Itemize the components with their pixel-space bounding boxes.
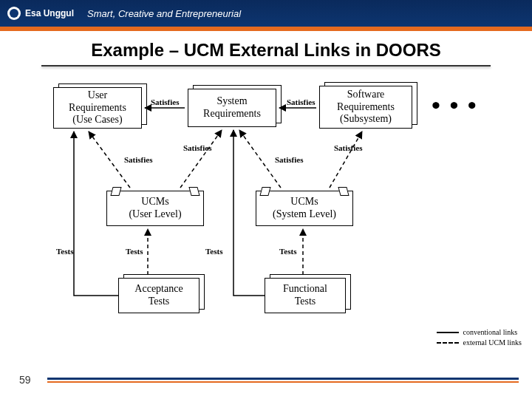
brand-text: Esa Unggul xyxy=(25,8,74,18)
legend-item-external: external UCM links xyxy=(437,338,522,347)
label-satisfies: Satisfies xyxy=(124,155,153,164)
text: (Subsystem) xyxy=(324,113,407,126)
label-tests: Tests xyxy=(126,247,143,256)
line-dashed-icon xyxy=(437,342,459,344)
svg-line-3 xyxy=(180,130,222,188)
text: (System Level) xyxy=(256,208,352,221)
text: Software xyxy=(324,89,407,101)
label-satisfies: Satisfies xyxy=(151,98,180,106)
legend: conventional links external UCM links xyxy=(437,326,522,349)
text: User xyxy=(58,89,137,102)
text: Tests xyxy=(270,296,341,308)
text: (Use Cases) xyxy=(58,114,137,126)
text: Requirements xyxy=(324,101,407,114)
label-satisfies: Satisfies xyxy=(183,143,212,152)
brand-logo: Esa Unggul xyxy=(7,7,74,20)
ellipsis-icon: • • • xyxy=(432,92,478,120)
footer-rule xyxy=(47,378,519,380)
label-satisfies: Satisfies xyxy=(287,98,316,106)
svg-line-5 xyxy=(330,132,362,188)
brand-tagline: Smart, Creative and Entrepreneurial xyxy=(87,8,241,19)
node-acceptance-tests: Acceptance Tests xyxy=(118,278,200,313)
legend-label: conventional links xyxy=(463,328,518,336)
text: Acceptance xyxy=(123,283,194,296)
text: Requirements xyxy=(58,102,137,115)
label-tests: Tests xyxy=(205,247,222,256)
page-number: 59 xyxy=(19,374,31,386)
diagram-canvas: User Requirements (Use Cases) System Req… xyxy=(0,66,532,384)
slide-title: Example – UCM External Links in DOORS xyxy=(0,34,532,64)
text: Requirements xyxy=(193,108,271,120)
legend-item-conventional: conventional links xyxy=(437,328,522,336)
label-tests: Tests xyxy=(56,247,73,256)
label-tests: Tests xyxy=(279,247,296,256)
legend-label: external UCM links xyxy=(463,338,522,347)
node-functional-tests: Functional Tests xyxy=(265,278,346,313)
node-ucm-system-level: UCMs (System Level) xyxy=(256,191,353,226)
text: UCMs xyxy=(107,196,203,208)
node-software-requirements: Software Requirements (Subsystem) xyxy=(319,86,412,129)
text: UCMs xyxy=(256,196,352,208)
text: Functional xyxy=(270,283,341,296)
label-satisfies: Satisfies xyxy=(275,155,304,164)
text: Tests xyxy=(123,296,194,308)
text: (User Level) xyxy=(107,208,203,221)
line-solid-icon xyxy=(437,332,459,333)
node-system-requirements: System Requirements xyxy=(188,89,276,127)
label-satisfies: Satisfies xyxy=(334,143,363,152)
text: System xyxy=(193,95,271,108)
logo-icon xyxy=(7,7,21,20)
node-user-requirements: User Requirements (Use Cases) xyxy=(53,87,142,129)
header-stripe xyxy=(0,27,532,34)
node-ucm-user-level: UCMs (User Level) xyxy=(106,191,204,226)
